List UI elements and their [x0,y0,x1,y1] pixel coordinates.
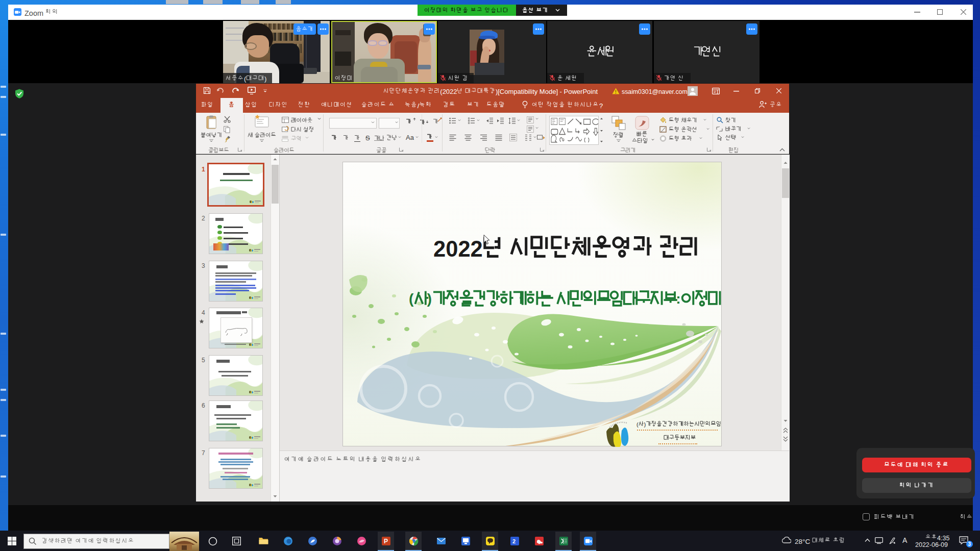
svg-text:7: 7 [202,449,205,457]
svg-text:): ) [644,421,646,428]
svg-text:28°C: 28°C [795,538,810,545]
svg-text:2: 2 [202,215,205,222]
svg-text:5: 5 [202,357,205,364]
svg-text:4:35: 4:35 [937,535,949,542]
svg-text:): ) [427,290,431,307]
svg-text:3: 3 [202,262,205,269]
svg-text:(: ( [636,421,639,428]
svg-text:2022: 2022 [433,237,483,261]
svg-text:?: ? [599,102,603,110]
svg-text::: : [676,290,680,307]
svg-text:1: 1 [202,166,205,173]
svg-text:)[Compatibility Mode] - Powe: )[Compatibility Mode] - PowerPoint [496,88,598,95]
svg-text:(2022: (2022 [440,88,457,95]
svg-text:P: P [384,538,388,545]
svg-text:2: 2 [512,538,516,544]
svg-text:(: ( [244,75,247,83]
svg-text:6: 6 [202,402,205,409]
svg-text:Zoom: Zoom [24,9,43,17]
svg-text:/: / [418,102,420,110]
svg-text:): ) [264,75,266,83]
svg-text:4: 4 [202,309,205,316]
svg-text:(: ( [409,290,414,307]
